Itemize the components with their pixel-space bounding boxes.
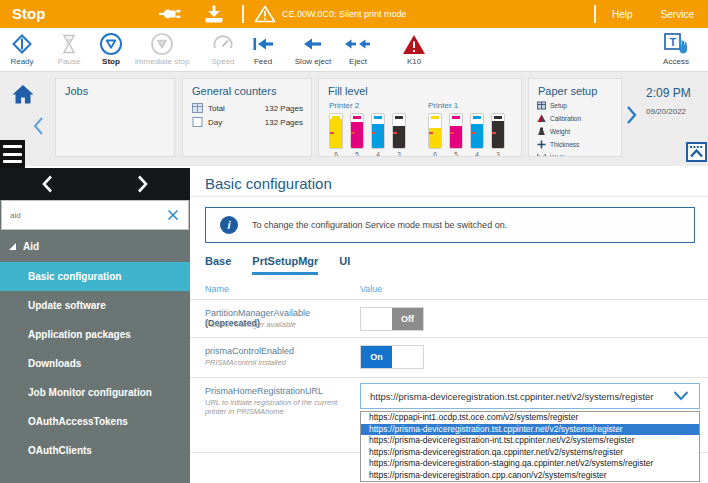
info-icon: i bbox=[220, 216, 238, 234]
tab-ui[interactable]: UI bbox=[339, 255, 350, 275]
counter-row-total: Total 132 Pages bbox=[183, 101, 311, 115]
section-expand-triangle-icon bbox=[8, 242, 17, 251]
ink-cartridge-cyan: 4 bbox=[371, 113, 385, 157]
paper-setup-row: Weight 9 bbox=[529, 125, 622, 138]
calibration-icon bbox=[537, 114, 546, 123]
sidebar-section-aid[interactable]: Aid bbox=[0, 230, 190, 262]
tab-base[interactable]: Base bbox=[205, 255, 231, 275]
dropdown-option[interactable]: https://prisma-deviceregistration.cpp.ca… bbox=[361, 470, 699, 482]
counter-label: Total bbox=[208, 104, 225, 113]
name-column-header: Name bbox=[205, 284, 229, 294]
counter-label: Day bbox=[208, 118, 222, 127]
sidebar-search-bar bbox=[1, 200, 189, 230]
sidebar-item-basic-configuration[interactable]: Basic configuration bbox=[0, 262, 190, 291]
toggle-on-switch[interactable]: On bbox=[360, 345, 424, 369]
hourglass-icon bbox=[48, 32, 90, 56]
feed-button[interactable]: Feed bbox=[244, 32, 282, 66]
setting-description: Partition Manager available bbox=[205, 320, 355, 329]
sidebar-item-downloads[interactable]: Downloads bbox=[0, 349, 190, 378]
dropdown-option[interactable]: https://prisma-deviceregistration-stagin… bbox=[361, 458, 699, 470]
warning-triangle-icon bbox=[254, 5, 276, 23]
printer-1-group: Printer 1 6 5 4 bbox=[428, 101, 505, 157]
printer-state-label: Stop bbox=[12, 5, 45, 22]
sidebar-item-update-software[interactable]: Update software bbox=[0, 291, 190, 320]
immediate-stop-button[interactable]: Immediate stop bbox=[132, 32, 192, 66]
counter-value: 132 Pages bbox=[265, 104, 303, 113]
eject-button[interactable]: Eject bbox=[338, 32, 378, 66]
setting-description: URL to initiate registration of the curr… bbox=[205, 398, 355, 416]
clear-search-icon[interactable] bbox=[158, 208, 188, 222]
sidebar-item-application-packages[interactable]: Application packages bbox=[0, 320, 190, 349]
ink-cartridge-black: 3 bbox=[392, 113, 406, 157]
day-counter-icon bbox=[192, 117, 203, 127]
stop-button[interactable]: Stop bbox=[92, 32, 130, 66]
general-counters-panel[interactable]: General counters Total 132 Pages Day 132… bbox=[182, 78, 312, 157]
jobs-panel-title: Jobs bbox=[56, 79, 174, 101]
ink-cartridge-magenta: 5 bbox=[449, 113, 463, 157]
fill-level-title: Fill level bbox=[319, 79, 521, 101]
registration-url-select[interactable]: https://prisma-deviceregistration.tst.cp… bbox=[360, 383, 700, 409]
value-column-header: Value bbox=[360, 284, 382, 294]
info-banner: i To change the configuration Service mo… bbox=[205, 207, 695, 243]
scroll-right-chevron[interactable] bbox=[625, 105, 638, 125]
ready-button[interactable]: Ready bbox=[2, 32, 42, 66]
dashboard-strip: Jobs General counters Total 132 Pages Da… bbox=[0, 72, 708, 166]
paper-setup-label: Calibration bbox=[550, 115, 581, 122]
help-button[interactable]: Help bbox=[612, 9, 633, 20]
speed-button[interactable]: Speed bbox=[200, 32, 246, 66]
jobs-panel[interactable]: Jobs bbox=[55, 78, 175, 157]
collapse-dashboard-button[interactable] bbox=[686, 142, 707, 162]
setting-name: PrismaHomeRegistrationURL bbox=[205, 386, 355, 396]
fill-level-panel[interactable]: Fill level Printer 2 6 5 4 bbox=[318, 78, 522, 157]
slow-eject-button[interactable]: Slow eject bbox=[288, 32, 338, 66]
setting-name: prismaControlEnabled bbox=[205, 346, 355, 356]
slow-eject-arrow-icon bbox=[288, 32, 338, 56]
hamburger-menu-button[interactable] bbox=[0, 140, 25, 168]
topbar-right-group: Help Service bbox=[594, 0, 694, 28]
k10-alert-button[interactable]: K10 bbox=[394, 32, 434, 66]
service-button[interactable]: Service bbox=[661, 9, 694, 20]
search-input[interactable] bbox=[2, 211, 158, 220]
dropdown-option-selected[interactable]: https://prisma-deviceregistration.tst.cp… bbox=[361, 424, 699, 436]
speed-gauge-icon bbox=[200, 32, 246, 56]
pause-button[interactable]: Pause bbox=[48, 32, 90, 66]
sidebar-item-oauthclients[interactable]: OAuthClients bbox=[0, 436, 190, 465]
chevron-up-icon bbox=[689, 145, 704, 159]
chevron-down-icon bbox=[663, 391, 699, 401]
sidebar-item-oauthaccesstokens[interactable]: OAuthAccessTokens bbox=[0, 407, 190, 436]
access-button[interactable]: T Access bbox=[652, 32, 700, 66]
paper-setup-panel[interactable]: Paper setup Setup d Calibration N Weight… bbox=[528, 78, 622, 157]
dropdown-option[interactable]: https://cppapi-int1.ocdp.tst.oce.com/v2/… bbox=[361, 412, 699, 424]
scroll-left-chevron[interactable] bbox=[32, 116, 45, 136]
nav-forward-button[interactable] bbox=[95, 168, 190, 200]
dropdown-option[interactable]: https://prisma-deviceregistration-int.ts… bbox=[361, 435, 699, 447]
info-message: To change the configuration Service mode… bbox=[252, 220, 507, 230]
config-tabs: Base PrtSetupMgr UI bbox=[205, 255, 350, 275]
download-tray-icon[interactable] bbox=[202, 5, 226, 23]
alert-message[interactable]: CE.00W.0C0: Silent print mode bbox=[282, 9, 407, 19]
paper-setup-row: Width 4 bbox=[529, 151, 622, 157]
total-counter-icon bbox=[192, 103, 203, 113]
eject-double-arrow-icon bbox=[338, 32, 378, 56]
immediate-stop-icon bbox=[132, 32, 192, 56]
nav-back-button[interactable] bbox=[0, 168, 95, 200]
ink-cartridge-black: 3 bbox=[491, 113, 505, 157]
clock-date: 09/20/2022 bbox=[646, 107, 691, 116]
table-row-partitionmanageravailable: PartitionManagerAvailable (Deprecated) P… bbox=[190, 300, 708, 338]
counter-row-day: Day 132 Pages bbox=[183, 115, 311, 129]
dropdown-option[interactable]: https://prisma-deviceregistration.qa.cpp… bbox=[361, 447, 699, 459]
sidebar-item-job-monitor-configuration[interactable]: Job Monitor configuration bbox=[0, 378, 190, 407]
home-button[interactable] bbox=[10, 82, 36, 112]
setup-grid-icon bbox=[537, 101, 546, 110]
status-icons-group: CE.00W.0C0: Silent print mode bbox=[158, 0, 407, 28]
toggle-off-switch[interactable]: Off bbox=[360, 307, 424, 331]
ready-diamond-icon bbox=[2, 32, 42, 56]
connector-plug-icon[interactable] bbox=[158, 5, 184, 23]
tab-prtsetupmgr[interactable]: PrtSetupMgr bbox=[252, 255, 318, 275]
toggle-on-label: On bbox=[361, 346, 392, 368]
counters-panel-title: General counters bbox=[183, 79, 311, 101]
feed-arrow-icon bbox=[244, 32, 282, 56]
weight-icon bbox=[537, 127, 546, 136]
paper-setup-row: Calibration N bbox=[529, 112, 622, 125]
access-touch-icon: T bbox=[652, 32, 700, 56]
